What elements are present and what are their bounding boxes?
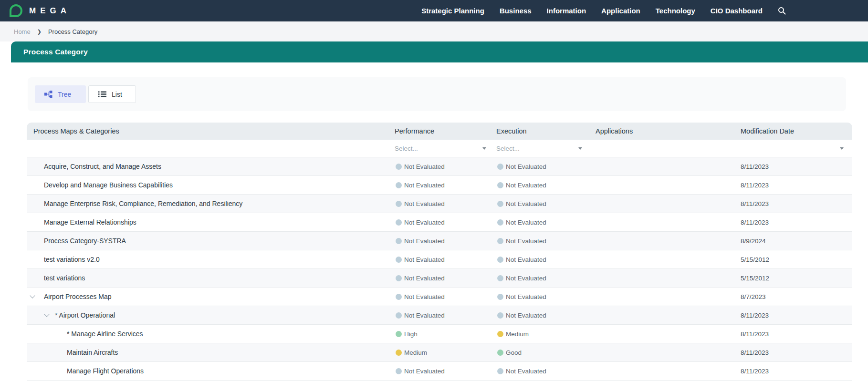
column-header-performance[interactable]: Performance — [395, 127, 496, 135]
tree-view-label: Tree — [58, 91, 71, 98]
brand-name: MEGA — [29, 6, 71, 16]
table-row[interactable]: Manage External Relationships Not Evalua… — [27, 213, 852, 232]
modification-date: 5/15/2012 — [741, 256, 852, 263]
table-row[interactable]: * Manage Airline Services High Medium 8/… — [27, 325, 852, 343]
table-row[interactable]: Manage Flight Operations Not Evaluated N… — [27, 362, 852, 381]
process-table: Process Maps & Categories Performance Ex… — [27, 123, 852, 381]
process-name: Airport Processes Map — [27, 293, 395, 300]
nav-item-application[interactable]: Application — [601, 7, 640, 15]
performance-status: Not Evaluated — [395, 275, 496, 282]
performance-status: Not Evaluated — [395, 200, 496, 207]
tree-icon — [44, 91, 52, 98]
tree-view-button[interactable]: Tree — [35, 85, 86, 103]
list-view-label: List — [112, 91, 122, 98]
process-name: test variations v2.0 — [27, 256, 395, 263]
nav-item-technology[interactable]: Technology — [656, 7, 695, 15]
execution-status: Not Evaluated — [496, 163, 596, 170]
expand-chevron-icon[interactable] — [44, 311, 49, 317]
table-row[interactable]: Acquire, Construct, and Manage Assets No… — [27, 157, 852, 176]
execution-status-dot-icon — [497, 350, 503, 356]
table-row[interactable]: Maintain Aircrafts Medium Good 8/11/2023 — [27, 343, 852, 362]
date-filter-dropdown-icon[interactable] — [840, 147, 844, 150]
execution-status: Not Evaluated — [496, 312, 596, 319]
list-icon — [98, 91, 106, 98]
modification-date: 8/11/2023 — [741, 368, 852, 375]
performance-status: Not Evaluated — [395, 312, 496, 319]
table-row[interactable]: Airport Processes Map Not Evaluated Not … — [27, 288, 852, 306]
process-name: Acquire, Construct, and Manage Assets — [27, 163, 395, 170]
execution-status: Not Evaluated — [496, 293, 596, 300]
table-row[interactable]: test variations Not Evaluated Not Evalua… — [27, 269, 852, 288]
column-header-execution[interactable]: Execution — [496, 127, 596, 135]
execution-status-dot-icon — [497, 238, 503, 244]
nav-item-strategic-planning[interactable]: Strategic Planning — [421, 7, 484, 15]
process-name: Manage Enterprise Risk, Compliance, Reme… — [27, 200, 395, 207]
performance-status: Not Evaluated — [395, 163, 496, 170]
table-row[interactable]: Manage Enterprise Risk, Compliance, Reme… — [27, 195, 852, 213]
breadcrumb: Home ❯ Process Category — [0, 21, 868, 41]
modification-date: 8/11/2023 — [741, 200, 852, 207]
top-navigation-bar: MEGA Strategic Planning Business Informa… — [0, 0, 868, 21]
execution-filter-select[interactable]: Select... — [496, 145, 582, 152]
brand[interactable]: MEGA — [10, 4, 71, 17]
execution-status: Not Evaluated — [496, 182, 596, 189]
performance-status-dot-icon — [396, 368, 402, 374]
expand-chevron-icon[interactable] — [30, 293, 35, 298]
list-view-button[interactable]: List — [88, 85, 136, 103]
page-title: Process Category — [23, 48, 88, 56]
modification-date: 8/11/2023 — [741, 330, 852, 338]
execution-status-dot-icon — [497, 257, 503, 263]
search-icon[interactable] — [778, 7, 786, 15]
breadcrumb-home-link[interactable]: Home — [14, 28, 31, 35]
nav-item-cio-dashboard[interactable]: CIO Dashboard — [711, 7, 763, 15]
performance-status-dot-icon — [396, 294, 402, 300]
execution-status-dot-icon — [497, 164, 503, 170]
performance-status-dot-icon — [396, 201, 402, 207]
performance-status-dot-icon — [396, 275, 402, 281]
modification-date: 5/15/2012 — [741, 275, 852, 282]
performance-status: High — [395, 330, 496, 338]
performance-filter-placeholder: Select... — [395, 145, 418, 152]
table-header-row: Process Maps & Categories Performance Ex… — [27, 123, 852, 140]
breadcrumb-current: Process Category — [48, 28, 97, 35]
performance-status: Not Evaluated — [395, 368, 496, 375]
performance-status: Not Evaluated — [395, 182, 496, 189]
modification-date: 8/11/2023 — [741, 312, 852, 319]
performance-status: Not Evaluated — [395, 237, 496, 245]
table-filter-row: Select... Select... — [27, 140, 852, 157]
page-header-band: Process Category — [11, 41, 868, 62]
performance-status-dot-icon — [396, 182, 402, 188]
table-body: Acquire, Construct, and Manage Assets No… — [27, 157, 852, 381]
column-header-name[interactable]: Process Maps & Categories — [27, 127, 395, 135]
execution-status-dot-icon — [497, 201, 503, 207]
execution-status: Not Evaluated — [496, 368, 596, 375]
performance-status: Medium — [395, 349, 496, 356]
table-row[interactable]: test variations v2.0 Not Evaluated Not E… — [27, 250, 852, 269]
process-name: Manage External Relationships — [27, 218, 395, 226]
process-name: * Manage Airline Services — [27, 330, 395, 338]
nav-item-information[interactable]: Information — [547, 7, 586, 15]
execution-status-dot-icon — [497, 331, 503, 337]
execution-status: Not Evaluated — [496, 275, 596, 282]
execution-status: Not Evaluated — [496, 219, 596, 226]
process-name: Process Category-SYSTRA — [27, 237, 395, 245]
breadcrumb-chevron-icon: ❯ — [37, 29, 42, 35]
table-row[interactable]: * Airport Operational Not Evaluated Not … — [27, 306, 852, 325]
process-name: test variations — [27, 274, 395, 282]
execution-status: Not Evaluated — [496, 200, 596, 207]
modification-date: 8/11/2023 — [741, 349, 852, 356]
performance-status-dot-icon — [396, 219, 402, 226]
column-header-applications[interactable]: Applications — [596, 127, 741, 135]
chevron-down-icon — [578, 147, 582, 150]
column-header-modification-date[interactable]: Modification Date — [741, 127, 852, 135]
execution-status-dot-icon — [497, 294, 503, 300]
performance-status: Not Evaluated — [395, 219, 496, 226]
execution-status-dot-icon — [497, 219, 503, 226]
execution-status: Medium — [496, 330, 596, 338]
modification-date: 8/11/2023 — [741, 182, 852, 189]
performance-status: Not Evaluated — [395, 256, 496, 263]
performance-filter-select[interactable]: Select... — [395, 145, 486, 152]
table-row[interactable]: Process Category-SYSTRA Not Evaluated No… — [27, 232, 852, 250]
table-row[interactable]: Develop and Manage Business Capabilities… — [27, 176, 852, 195]
nav-item-business[interactable]: Business — [500, 7, 532, 15]
